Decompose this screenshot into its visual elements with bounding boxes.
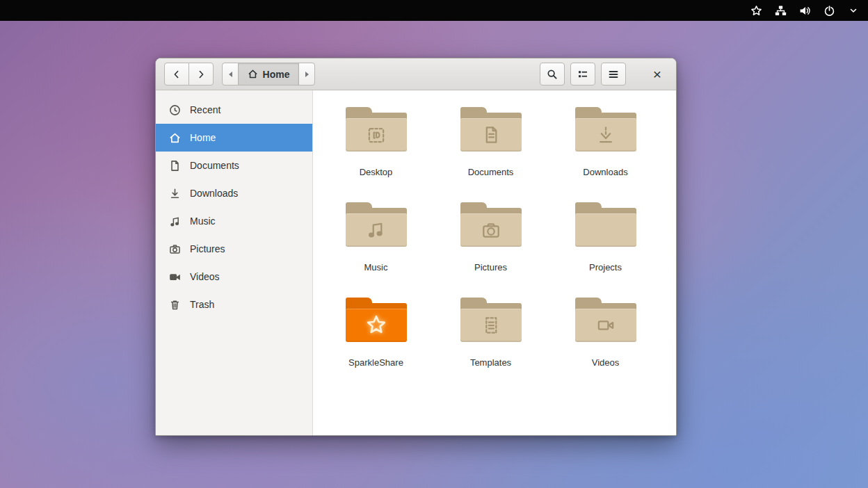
folder-icon xyxy=(460,107,522,152)
file-item-documents[interactable]: Documents xyxy=(433,107,548,202)
file-label: Documents xyxy=(468,167,514,177)
sidebar-item-label: Home xyxy=(190,132,216,143)
folder-icon xyxy=(346,202,407,247)
file-item-downloads[interactable]: Downloads xyxy=(548,107,663,202)
sidebar-item-music[interactable]: Music xyxy=(156,207,312,235)
download-emblem-icon xyxy=(593,122,618,147)
path-home-button[interactable]: Home xyxy=(238,63,299,86)
file-label: Downloads xyxy=(583,167,627,177)
camera-emblem-icon xyxy=(479,218,504,243)
folder-icon xyxy=(460,202,522,247)
sidebar-item-videos[interactable]: Videos xyxy=(156,263,312,291)
sidebar-item-documents[interactable]: Documents xyxy=(156,152,312,179)
sidebar-item-label: Videos xyxy=(190,271,220,282)
window-body: Recent Home Documents Downloads Music xyxy=(156,90,676,435)
folder-icon xyxy=(460,298,522,342)
sidebar-item-trash[interactable]: Trash xyxy=(156,291,312,318)
file-label: Pictures xyxy=(474,262,507,273)
file-label: Templates xyxy=(470,357,511,368)
triangle-left-icon xyxy=(229,72,232,77)
file-label: Projects xyxy=(589,262,622,273)
folder-icon xyxy=(346,107,407,152)
forward-button[interactable] xyxy=(188,63,214,86)
view-list-button[interactable] xyxy=(570,63,595,86)
view-list-icon xyxy=(577,69,588,80)
home-icon xyxy=(169,132,181,144)
headerbar-controls: × xyxy=(540,63,665,86)
path-scroll-left-button[interactable] xyxy=(222,63,239,86)
network-tree-icon[interactable] xyxy=(774,4,787,17)
close-button[interactable]: × xyxy=(650,67,665,81)
files-window: Home × xyxy=(155,58,677,436)
sidebar: Recent Home Documents Downloads Music xyxy=(156,90,313,435)
file-item-pictures[interactable]: Pictures xyxy=(433,202,548,298)
system-topbar xyxy=(0,0,868,21)
sidebar-item-label: Music xyxy=(190,215,216,227)
path-scroll-right-button[interactable] xyxy=(298,63,315,86)
desktop-wallpaper: Home × xyxy=(0,0,868,488)
file-item-desktop[interactable]: Desktop xyxy=(319,107,433,202)
video-emblem-icon xyxy=(593,313,618,338)
sidebar-item-label: Recent xyxy=(190,104,220,115)
template-emblem-icon xyxy=(479,313,504,338)
file-pane: Desktop Documents Downloads xyxy=(313,90,676,435)
headerbar: Home × xyxy=(156,58,676,90)
document-icon xyxy=(169,160,181,172)
video-camera-icon xyxy=(169,271,181,283)
folder-icon xyxy=(575,202,636,247)
hamburger-menu-icon xyxy=(608,69,619,80)
path-current-label: Home xyxy=(263,69,290,80)
file-label: Music xyxy=(364,262,388,273)
volume-icon[interactable] xyxy=(798,4,811,17)
trash-icon xyxy=(169,299,181,311)
star-emblem-icon xyxy=(362,311,390,339)
download-icon xyxy=(169,188,181,200)
file-item-music[interactable]: Music xyxy=(319,202,433,298)
search-icon xyxy=(547,69,558,80)
home-icon xyxy=(248,69,258,79)
folder-icon xyxy=(575,298,636,342)
favorites-star-icon[interactable] xyxy=(750,4,762,17)
file-item-sparkleshare[interactable]: SparkleShare xyxy=(319,298,433,393)
sidebar-item-pictures[interactable]: Pictures xyxy=(156,235,312,263)
folder-icon xyxy=(575,107,636,152)
file-label: Desktop xyxy=(360,167,393,177)
chevron-down-icon[interactable] xyxy=(847,4,860,17)
music-emblem-icon xyxy=(364,218,389,243)
file-label: SparkleShare xyxy=(348,357,403,368)
file-label: Videos xyxy=(592,357,620,368)
document-emblem-icon xyxy=(479,122,504,147)
sidebar-item-label: Pictures xyxy=(190,243,225,254)
sidebar-item-label: Documents xyxy=(190,160,239,171)
recent-icon xyxy=(169,104,181,116)
history-nav xyxy=(164,63,214,86)
path-bar: Home xyxy=(222,63,315,86)
music-note-icon xyxy=(169,215,181,227)
file-item-videos[interactable]: Videos xyxy=(548,298,663,393)
folder-icon-sparkleshare xyxy=(346,298,407,342)
search-button[interactable] xyxy=(540,63,565,86)
back-button[interactable] xyxy=(164,63,189,86)
sidebar-item-downloads[interactable]: Downloads xyxy=(156,179,312,207)
file-grid: Desktop Documents Downloads xyxy=(319,107,676,393)
file-item-projects[interactable]: Projects xyxy=(548,202,663,298)
sidebar-item-recent[interactable]: Recent xyxy=(156,96,312,124)
triangle-right-icon xyxy=(305,72,309,77)
menu-button[interactable] xyxy=(601,63,626,86)
sidebar-item-label: Downloads xyxy=(190,188,238,199)
file-item-templates[interactable]: Templates xyxy=(433,298,548,393)
desktop-emblem-icon xyxy=(364,122,389,147)
sidebar-item-home[interactable]: Home xyxy=(156,124,312,152)
sidebar-item-label: Trash xyxy=(190,299,214,310)
power-icon[interactable] xyxy=(823,4,835,17)
camera-icon xyxy=(169,243,181,255)
